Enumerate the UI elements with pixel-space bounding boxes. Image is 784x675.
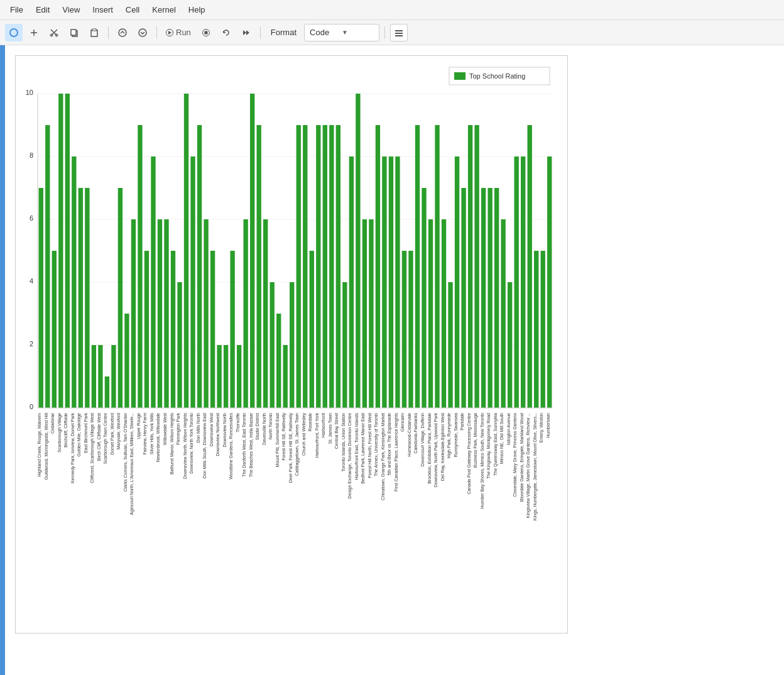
- x-label: Downsview, North Park, Upwood Park: [433, 413, 438, 488]
- bar: [151, 156, 155, 408]
- kernel-indicator-button[interactable]: [5, 24, 23, 41]
- bar: [487, 188, 492, 408]
- svg-point-11: [119, 29, 126, 36]
- bar: [52, 251, 57, 408]
- bar: [276, 314, 281, 408]
- x-label: Cabbaggetown, St. James Town: [295, 413, 300, 476]
- x-label: Woodbine Gardens, Roncesvalles: [229, 413, 233, 480]
- bar: [474, 125, 479, 408]
- bar: [158, 219, 162, 408]
- x-label: The Annex, University of Toronto: [374, 413, 379, 476]
- bar: [382, 156, 386, 408]
- x-label: Agincourt North, L'Amoreaux East, Millik…: [129, 413, 134, 515]
- svg-rect-8: [71, 30, 76, 35]
- copy-cell-button[interactable]: [65, 24, 83, 41]
- bar: [111, 345, 116, 408]
- restart-button[interactable]: [217, 24, 235, 41]
- legend-label: Top School Rating: [469, 72, 525, 80]
- stop-button[interactable]: [197, 24, 215, 41]
- bar-chart: Top School Rating 10 8 6 4 2 0: [22, 62, 556, 628]
- bar: [283, 345, 288, 408]
- bar: [323, 125, 327, 408]
- x-label: East Birchmont Park: [84, 413, 88, 453]
- x-label: Toronto Islands, Union Station: [341, 413, 346, 471]
- svg-text:0: 0: [30, 403, 33, 410]
- bar: [528, 125, 532, 408]
- separator-2: [156, 26, 157, 39]
- bar: [290, 282, 294, 408]
- bar: [190, 156, 195, 408]
- separator-4: [384, 26, 385, 39]
- x-label: Humewood-Cedarvale: [407, 413, 411, 457]
- x-label: Downsview West: [209, 413, 214, 446]
- add-cell-button[interactable]: [25, 24, 43, 41]
- cell-toolbar-toggle[interactable]: [390, 24, 408, 41]
- menu-help[interactable]: Help: [183, 3, 210, 17]
- bar: [124, 314, 129, 408]
- cell-area[interactable]: Top School Rating 10 8 6 4 2 0: [5, 45, 784, 675]
- run-all-button[interactable]: [237, 24, 255, 41]
- move-down-button[interactable]: [134, 24, 151, 41]
- x-label: Maryvale, Wexford: [116, 413, 121, 449]
- bar: [184, 94, 188, 408]
- x-label: Cedarbrae: [50, 413, 55, 434]
- menu-edit[interactable]: Edit: [31, 3, 55, 17]
- x-label: Central Bay Street: [334, 413, 339, 449]
- x-label: Clarks Corners, Sullivan, Tam O'Shanter: [123, 412, 128, 491]
- x-label: The Beaches West, India Bazaar: [249, 412, 253, 477]
- play-icon: [166, 29, 173, 36]
- svg-text:4: 4: [30, 277, 33, 285]
- paste-cell-button[interactable]: [85, 24, 103, 41]
- bar: [481, 188, 486, 408]
- bar: [428, 219, 433, 408]
- x-label: Business Park, Mississauga: [473, 413, 478, 468]
- bar: [204, 219, 208, 408]
- bar: [342, 282, 347, 408]
- scissors-icon: [50, 28, 58, 37]
- cut-cell-button[interactable]: [45, 24, 63, 41]
- move-up-button[interactable]: [114, 24, 131, 41]
- dropdown-arrow-icon: ▼: [342, 29, 374, 36]
- x-label: Harbourfront: [321, 413, 325, 437]
- menu-view[interactable]: View: [57, 3, 85, 17]
- separator-1: [108, 26, 109, 39]
- bar: [356, 94, 360, 408]
- bar: [85, 188, 89, 408]
- x-label: Deer Park, Forest Hill SE, Rathnelly: [288, 413, 293, 483]
- plus-icon: [30, 28, 38, 37]
- menu-kernel[interactable]: Kernel: [147, 3, 181, 17]
- menu-insert[interactable]: Insert: [87, 3, 118, 17]
- x-label: Dovercourt Village, Dufferin: [420, 413, 425, 466]
- x-label: Cloverdale, Mary Grove, Princess Gardens: [513, 413, 518, 497]
- bar: [257, 125, 261, 408]
- x-label: Kingsview Village, Martin Grove Gardens,…: [526, 413, 531, 518]
- x-label: Bathurst Manor, Wilson Heights: [170, 413, 175, 475]
- bar: [65, 94, 70, 408]
- bar: [376, 125, 380, 408]
- x-label: Parkdale: [460, 413, 464, 431]
- stop-icon: [202, 29, 210, 36]
- cell-type-dropdown[interactable]: Code ▼: [304, 24, 379, 41]
- separator-3: [260, 26, 261, 39]
- bar: [224, 345, 228, 408]
- bar: [395, 156, 400, 408]
- x-label: Del Ray, Keelesdale-Eglinton West: [440, 413, 445, 481]
- bar: [270, 282, 275, 408]
- bar: [177, 282, 182, 408]
- svg-text:8: 8: [30, 151, 33, 159]
- menu-cell[interactable]: Cell: [121, 3, 144, 17]
- x-label: The Kingsway, Montgomery Road: [486, 413, 491, 479]
- bar: [230, 251, 234, 408]
- x-label: Downsview, North York Toronto: [189, 413, 193, 474]
- bar: [521, 156, 525, 408]
- bar: [210, 251, 215, 408]
- bar: [494, 188, 499, 408]
- x-label: Newtonbrook, Willowdale: [156, 413, 160, 463]
- svg-rect-10: [92, 29, 96, 31]
- bar: [197, 125, 202, 408]
- menu-file[interactable]: File: [5, 3, 28, 17]
- bar: [448, 282, 452, 408]
- x-label: Highland Creek, Rouge, Malvern: [37, 413, 42, 477]
- x-label: Downsview Northwest: [215, 413, 220, 456]
- run-button[interactable]: Run: [162, 24, 195, 41]
